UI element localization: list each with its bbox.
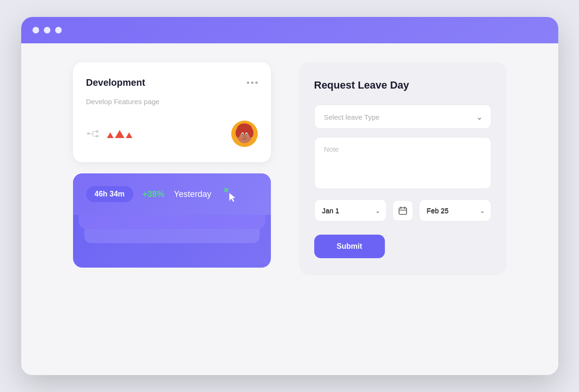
left-panel: Development Develop Features page <box>73 62 271 268</box>
stats-stack-1 <box>79 215 265 229</box>
card-icons <box>86 129 132 139</box>
stats-card: 46h 34m +38% Yesterday <box>73 173 271 268</box>
note-input[interactable] <box>314 137 491 189</box>
stats-label: Yesterday <box>174 189 211 199</box>
card-subtitle: Develop Features page <box>86 98 258 106</box>
browser-window: Development Develop Features page <box>21 17 558 375</box>
card-footer <box>86 121 258 147</box>
calendar-icon <box>398 206 408 215</box>
time-badge: 46h 34m <box>86 186 133 202</box>
card-title: Development <box>86 77 146 88</box>
leave-type-group: Annual Leave Sick Leave Personal Leave ⌄… <box>314 105 491 129</box>
svg-point-14 <box>242 134 243 135</box>
browser-dot-3 <box>55 27 62 33</box>
browser-dot-1 <box>33 27 39 33</box>
stats-stack-2 <box>84 229 260 243</box>
card-more-button[interactable] <box>247 82 258 84</box>
end-date-select[interactable]: Feb 25 Mar 1 Mar 15 <box>419 200 491 221</box>
svg-point-17 <box>239 137 242 138</box>
leave-type-select-wrapper: Annual Leave Sick Leave Personal Leave ⌄… <box>314 105 491 129</box>
stats-row: 46h 34m +38% Yesterday <box>86 185 258 204</box>
svg-point-11 <box>249 128 253 138</box>
browser-titlebar <box>21 17 558 43</box>
leave-type-select[interactable]: Annual Leave Sick Leave Personal Leave <box>315 105 491 128</box>
svg-point-18 <box>247 137 250 138</box>
svg-point-10 <box>236 128 240 138</box>
date-row: Jan 1 Jan 15 Feb 1 ⌄ Jan 1 <box>314 199 491 221</box>
end-date-wrapper: Feb 25 Mar 1 Mar 15 ⌄ Feb 25 <box>419 199 491 221</box>
sparkle-cursor-icon <box>221 185 240 204</box>
browser-content: Development Develop Features page <box>21 43 558 375</box>
submit-button[interactable]: Submit <box>314 235 385 258</box>
svg-point-15 <box>245 134 246 135</box>
dot1 <box>247 82 249 84</box>
card-header: Development <box>86 77 258 88</box>
triangle-large <box>115 130 124 138</box>
right-panel: Request Leave Day Annual Leave Sick Leav… <box>299 62 506 275</box>
triangle-small-2 <box>126 132 132 138</box>
svg-point-16 <box>244 136 245 137</box>
svg-rect-2 <box>96 135 98 138</box>
dot3 <box>255 82 258 84</box>
svg-rect-0 <box>87 132 90 135</box>
start-date-select[interactable]: Jan 1 Jan 15 Feb 1 <box>315 200 386 221</box>
browser-dot-2 <box>44 27 50 33</box>
stats-inner: 46h 34m +38% Yesterday <box>73 173 271 215</box>
triangle-small <box>107 132 114 138</box>
warning-triangles <box>107 130 132 138</box>
start-date-wrapper: Jan 1 Jan 15 Feb 1 ⌄ Jan 1 <box>314 199 387 221</box>
stats-percent: +38% <box>143 189 165 199</box>
network-icon <box>86 129 99 139</box>
svg-rect-22 <box>399 208 407 214</box>
note-group <box>314 137 491 191</box>
avatar <box>231 121 258 147</box>
dot2 <box>251 82 253 84</box>
development-card: Development Develop Features page <box>73 62 271 162</box>
calendar-button[interactable] <box>392 200 413 221</box>
leave-form-card: Request Leave Day Annual Leave Sick Leav… <box>299 62 506 275</box>
leave-form-title: Request Leave Day <box>314 79 491 91</box>
svg-rect-1 <box>96 131 98 133</box>
